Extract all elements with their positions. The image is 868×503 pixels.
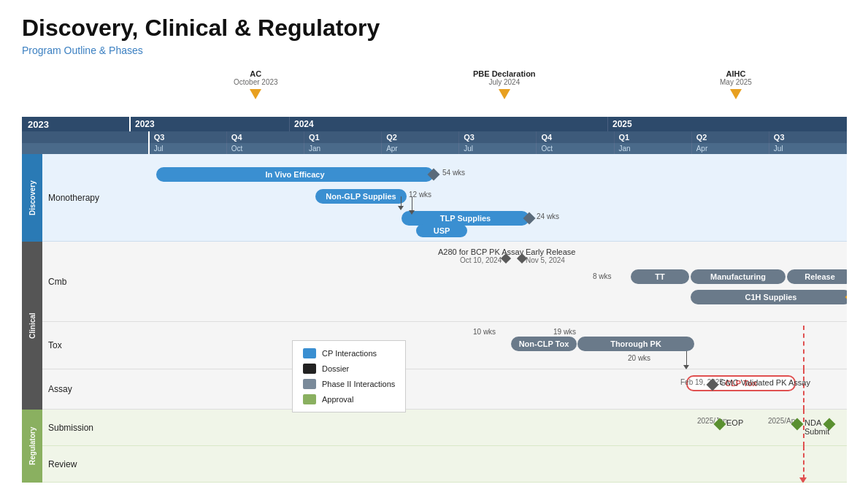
c1h-bar: C1H Supplies [691, 290, 847, 304]
q-q1-2025: Q1 [615, 131, 692, 143]
in-vivo-wks: 54 wks [442, 169, 465, 177]
submission-label: Submission [42, 410, 153, 446]
q-q3-2024: Q3 [459, 131, 537, 143]
thorough-pk-wks-label: 19 wks [553, 328, 576, 336]
month-jan-2025: Jan [615, 143, 692, 154]
page: Discovery, Clinical & Regulatory Program… [0, 0, 868, 497]
non-glp-bar: Non-GLP Supplies [315, 189, 407, 204]
quarter-row: Q3 Q4 Q1 Q2 Q3 Q4 Q1 Q2 Q3 [22, 131, 847, 143]
q-q1-2024: Q1 [304, 131, 382, 143]
legend-item-dossier: Dossier [303, 364, 395, 374]
connector-usp [412, 196, 412, 211]
red-line-submission [803, 410, 804, 446]
ac-arrow [250, 89, 261, 99]
legend-box-gray [303, 379, 316, 389]
tlp-wks: 24 wks [537, 212, 559, 220]
thorough-pk-bar: Thorough PK [577, 337, 694, 351]
year-left-label: 2023 [22, 117, 131, 131]
year-row: 2023 2024 2025 [131, 117, 847, 131]
red-line-review [803, 446, 804, 479]
monotherapy-row: In Vivo Efficacy 54 wks Non-GLP Supplies… [153, 154, 847, 242]
milestone-pbe: PBE Declaration July 2024 [473, 69, 536, 99]
tox-label: Tox [42, 322, 153, 369]
assay-row: CLP Tox Feb 19, 2025 GMC Validated PK As… [153, 369, 847, 410]
month-jul-2025: Jul [769, 143, 847, 154]
clp-tox-wks-label: 20 wks [628, 354, 650, 362]
aihc-arrow [730, 89, 742, 99]
legend-item-phase2: Phase II Interactions [303, 379, 395, 389]
legend-label-cp: CP Interactions [322, 349, 377, 358]
tt-bar: TT [631, 269, 689, 284]
legend-box-black [303, 364, 316, 374]
chart-area: AC October 2023 PBE Declaration July 202… [22, 69, 847, 483]
legend-box-blue [303, 348, 316, 358]
usp-bar: USP [416, 224, 467, 237]
month-oct: Oct [227, 143, 304, 154]
page-title: Discovery, Clinical & Regulatory [22, 15, 846, 42]
month-row: Jul Oct Jan Apr Jul Oct Jan Apr Jul [22, 143, 847, 154]
month-apr-2025: Apr [692, 143, 769, 154]
non-clp-wks-label: 10 wks [473, 328, 496, 336]
month-apr: Apr [382, 143, 459, 154]
gmc-label: GMC Validated PK Assay [720, 378, 810, 387]
tox-row: 10 wks Non-CLP Tox 19 wks Thorough PK [153, 322, 847, 369]
clinical-section-label: Clinical Cmb Tox Assay [22, 242, 153, 410]
gantt-area: In Vivo Efficacy 54 wks Non-GLP Supplies… [153, 154, 847, 483]
month-jan-2024: Jan [304, 143, 382, 154]
q-q2-2024: Q2 [382, 131, 459, 143]
month-oct-2024: Oct [537, 143, 614, 154]
manufacturing-bar: Manufacturing [691, 269, 786, 284]
left-labels: Discovery Monotherapy Clinical Cmb Tox A… [22, 154, 153, 483]
arrow-thorough-clp [686, 351, 687, 366]
q-q2-2025: Q2 [692, 131, 769, 143]
timeline-header: 2023 2023 2024 2025 [22, 117, 847, 131]
legend-label-approval: Approval [322, 395, 353, 404]
year-2025: 2025 [608, 117, 847, 131]
legend: CP Interactions Dossier Phase II Interac… [292, 340, 406, 412]
page-subtitle: Program Outline & Phases [22, 45, 846, 56]
q-q4-2024: Q4 [537, 131, 614, 143]
red-arrow-down [799, 477, 807, 483]
discovery-section-label: Discovery Monotherapy [22, 154, 153, 242]
eop-label: EOP [726, 418, 743, 427]
assay-label: Assay [42, 369, 153, 410]
clinical-rows-labels: Cmb Tox Assay [42, 242, 153, 410]
main-content: Discovery Monotherapy Clinical Cmb Tox A… [22, 154, 847, 483]
q-q3-2025: Q3 [769, 131, 847, 143]
month-jul-2024: Jul [459, 143, 537, 154]
cmb-label: Cmb [42, 242, 153, 322]
year-2024: 2024 [290, 117, 608, 131]
regulatory-section-label: Regulatory Submission Review [22, 410, 153, 483]
non-clp-tox-bar: Non-CLP Tox [511, 337, 577, 351]
connector-non-glp [401, 196, 402, 207]
tt-wks-label: 8 wks [593, 272, 612, 280]
connector-arrow-nonglp [398, 206, 404, 210]
legend-item-approval: Approval [303, 394, 395, 404]
milestone-aihc: AIHC May 2025 [720, 69, 752, 99]
legend-label-dossier: Dossier [322, 364, 349, 373]
legend-label-phase2: Phase II Interactions [322, 380, 395, 388]
q-q3-2023: Q3 [150, 131, 227, 143]
pbe-arrow [499, 89, 510, 99]
early-release-label: Early Release Nov 5, 2024 [526, 247, 575, 264]
a280-label: A280 for BCP PK Assay Oct 10, 2024 [438, 247, 523, 264]
cmb-row: A280 for BCP PK Assay Oct 10, 2024 Early… [153, 242, 847, 322]
clp-red-line-2 [803, 369, 804, 410]
connector-arrow-usp [409, 210, 415, 215]
legend-item-cp: CP Interactions [303, 348, 395, 358]
milestone-ac: AC October 2023 [234, 69, 278, 99]
submission-row: 2025/Jan EOP 2025/Apr NDA Submit [153, 410, 847, 446]
in-vivo-bar: In Vivo Efficacy [156, 167, 434, 182]
year-2023: 2023 [131, 117, 290, 131]
q-q4-2023: Q4 [227, 131, 304, 143]
review-label: Review [42, 446, 153, 483]
clp-red-line [803, 326, 804, 369]
legend-box-green [303, 394, 316, 404]
review-row: NDA 2025/Jul FPI 2025/Sep ★ [153, 446, 847, 483]
month-jul: Jul [150, 143, 227, 154]
tlp-bar: TLP Supplies [402, 211, 529, 226]
regulatory-rows-labels: Submission Review [42, 410, 153, 483]
regulatory-tag: Regulatory [22, 410, 42, 483]
release-bar: Release [787, 269, 847, 284]
monotherapy-label: Monotherapy [42, 154, 153, 242]
